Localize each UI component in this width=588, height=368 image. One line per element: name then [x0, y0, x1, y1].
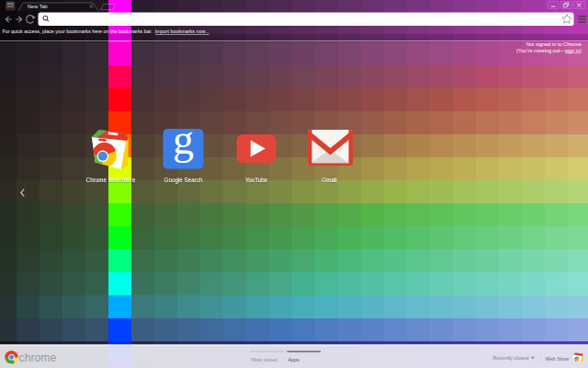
svg-text:chrome: chrome: [19, 351, 57, 364]
svg-text:Recently closed: Recently closed: [493, 355, 529, 361]
svg-text:Google Search: Google Search: [164, 177, 203, 184]
svg-text:New Tab: New Tab: [28, 4, 48, 9]
svg-text:g: g: [173, 116, 194, 163]
svg-text:Gmail: Gmail: [322, 177, 336, 183]
svg-text:YouTube: YouTube: [245, 177, 268, 183]
svg-text:(You're missing out—sign in): (You're missing out—sign in): [516, 48, 582, 53]
svg-text:Not signed in to Chrome: Not signed in to Chrome: [526, 41, 582, 47]
svg-text:Web Store: Web Store: [546, 356, 570, 362]
svg-text:Apps: Apps: [288, 357, 300, 362]
svg-text:Chrome Web Store: Chrome Web Store: [86, 177, 136, 183]
svg-text:For quick access, place your b: For quick access, place your bookmarks h…: [3, 29, 209, 34]
svg-text:Most visited: Most visited: [252, 357, 277, 362]
